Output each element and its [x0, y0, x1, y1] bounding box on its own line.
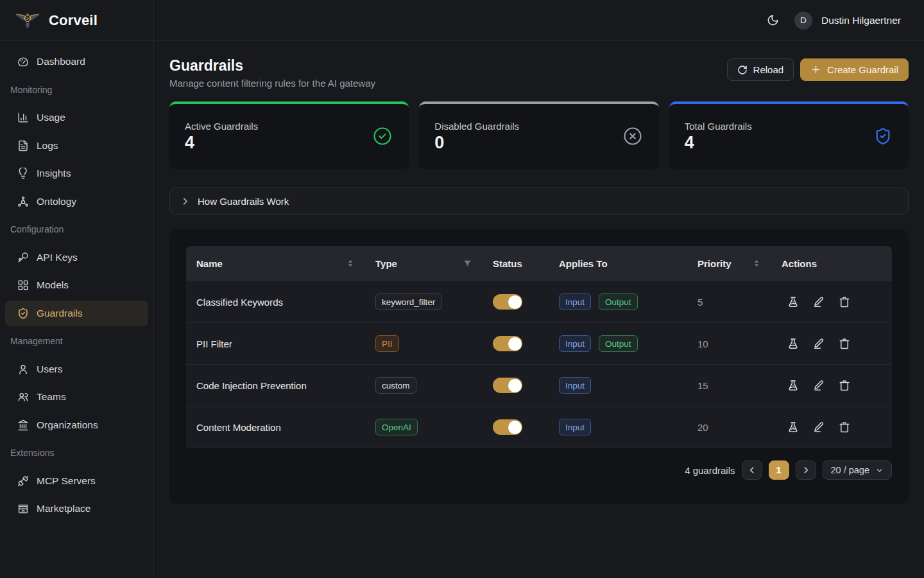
column-header-applies-to: Applies To [549, 258, 687, 269]
sidebar-item-dashboard[interactable]: Dashboard [5, 49, 148, 74]
shield-check-icon [874, 127, 892, 145]
plug-icon [17, 475, 29, 487]
brand-name: Corveil [49, 12, 98, 29]
sidebar-item-label: Insights [37, 168, 71, 179]
page-size-select[interactable]: 20 / page [823, 460, 892, 480]
status-toggle[interactable] [493, 336, 522, 351]
user-name[interactable]: Dustin Hilgaertner [821, 15, 901, 26]
key-icon [17, 252, 29, 263]
type-badge: OpenAI [375, 419, 418, 435]
file-text-icon [17, 140, 29, 152]
table-row-pii-filter: PII Filter PII Input Output 10 [186, 322, 892, 364]
edit-pencil-button[interactable] [813, 338, 825, 349]
sidebar-item-logs[interactable]: Logs [5, 133, 148, 159]
guardrails-table: Name Type Status Applies To Priority Act… [186, 246, 892, 448]
guardrail-name: PII Filter [196, 338, 232, 349]
stat-cards: Active Guardrails 4 Disabled Guardrails … [169, 101, 909, 168]
status-toggle[interactable] [493, 378, 522, 393]
stat-label: Active Guardrails [185, 121, 393, 132]
sidebar-item-label: API Keys [37, 252, 78, 263]
how-guardrails-work-panel[interactable]: How Guardrails Work [169, 188, 909, 215]
status-toggle[interactable] [493, 294, 522, 310]
bar-chart-icon [17, 112, 29, 123]
sidebar-item-users[interactable]: Users [5, 356, 148, 382]
stat-value: 4 [685, 133, 893, 153]
sidebar-section-monitoring: Monitoring [5, 77, 148, 103]
delete-trash-button[interactable] [839, 421, 850, 433]
test-flask-button[interactable] [787, 380, 799, 391]
network-icon [17, 196, 29, 207]
sidebar-item-marketplace[interactable]: Marketplace [5, 496, 148, 521]
sidebar-item-models[interactable]: Models [5, 272, 148, 298]
sidebar-item-organizations[interactable]: Organizations [5, 412, 148, 438]
page-size-label: 20 / page [831, 465, 869, 475]
column-label: Name [196, 258, 223, 269]
shield-check-icon [17, 308, 29, 319]
sidebar-item-guardrails[interactable]: Guardrails [5, 301, 148, 326]
stat-value: 0 [434, 133, 643, 153]
sidebar-item-label: Marketplace [37, 503, 90, 514]
reload-button[interactable]: Reload [727, 58, 794, 81]
priority-value: 15 [697, 380, 708, 391]
edit-pencil-button[interactable] [813, 380, 825, 391]
sidebar-item-api-keys[interactable]: API Keys [5, 245, 148, 270]
column-label: Actions [782, 258, 817, 269]
pagination-page-1-button[interactable]: 1 [769, 460, 789, 480]
corveil-logo-icon [15, 9, 40, 31]
delete-trash-button[interactable] [839, 338, 850, 349]
how-panel-label: How Guardrails Work [198, 196, 289, 207]
topbar: D Dustin Hilgaertner [154, 0, 924, 41]
column-header-priority[interactable]: Priority [687, 258, 771, 269]
sidebar-item-insights[interactable]: Insights [5, 161, 148, 186]
table-row-code-injection-prevention: Code Injection Prevention custom Input 1… [186, 364, 892, 406]
sidebar-item-label: Ontology [37, 196, 76, 207]
sidebar-item-label: Users [37, 363, 62, 375]
create-guardrail-button[interactable]: Create Guardrail [800, 58, 909, 81]
user-avatar[interactable]: D [794, 12, 812, 30]
theme-toggle-button[interactable] [762, 10, 784, 31]
moon-icon [767, 14, 779, 26]
column-header-status: Status [483, 258, 549, 269]
pagination-prev-button[interactable] [742, 460, 762, 480]
page-subtitle: Manage content filtering rules for the A… [169, 78, 375, 89]
sidebar-item-mcp-servers[interactable]: MCP Servers [5, 468, 148, 494]
test-flask-button[interactable] [787, 421, 799, 433]
chevron-right-icon [180, 197, 190, 206]
column-header-name[interactable]: Name [186, 258, 365, 269]
circle-x-icon [623, 127, 642, 146]
stat-label: Total Guardrails [685, 121, 893, 132]
guardrail-name: Classified Keywords [196, 297, 283, 308]
landmark-icon [17, 419, 29, 431]
test-flask-button[interactable] [787, 296, 799, 308]
chevron-down-icon [875, 466, 884, 475]
store-icon [17, 503, 29, 514]
plus-icon [810, 64, 821, 75]
gauge-icon [17, 56, 29, 67]
column-header-type[interactable]: Type [365, 258, 483, 269]
stat-label: Disabled Guardrails [434, 121, 643, 132]
sort-icon[interactable] [346, 259, 355, 268]
sort-icon[interactable] [752, 259, 761, 268]
type-badge: keyword_filter [375, 293, 441, 310]
page-title: Guardrails [169, 57, 375, 74]
sidebar-item-usage[interactable]: Usage [5, 105, 148, 130]
lightbulb-icon [17, 168, 29, 179]
user-icon [17, 363, 29, 375]
delete-trash-button[interactable] [839, 380, 850, 391]
guardrails-table-card: Name Type Status Applies To Priority Act… [169, 229, 909, 504]
sidebar-item-ontology[interactable]: Ontology [5, 189, 148, 215]
table-row-content-moderation: Content Moderation OpenAI Input 20 [186, 406, 892, 448]
delete-trash-button[interactable] [839, 296, 850, 308]
sidebar-item-label: Models [37, 279, 69, 291]
brand[interactable]: Corveil [0, 0, 153, 41]
filter-icon[interactable] [463, 259, 472, 268]
sidebar-item-teams[interactable]: Teams [5, 384, 148, 410]
edit-pencil-button[interactable] [813, 296, 825, 308]
pagination-next-button[interactable] [796, 460, 816, 480]
edit-pencil-button[interactable] [813, 421, 825, 433]
column-header-actions: Actions [771, 258, 892, 269]
test-flask-button[interactable] [787, 338, 799, 349]
column-label: Applies To [559, 258, 608, 269]
sidebar-item-label: Dashboard [37, 56, 85, 67]
status-toggle[interactable] [493, 419, 522, 435]
